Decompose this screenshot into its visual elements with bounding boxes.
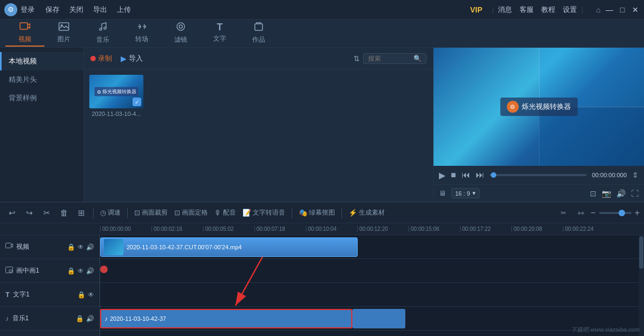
app-logo: ⚙ (4, 3, 17, 16)
video-track-name: 视频 (16, 242, 29, 251)
zoom-in-button[interactable]: + (635, 208, 640, 218)
clip-trim-button[interactable]: ✂ (556, 205, 571, 221)
title-menu: 保存 关闭 导出 上传 (45, 5, 470, 15)
text-track-name: 文字1 (13, 290, 30, 299)
sidebar-item-bg-samples[interactable]: 背景样例 (0, 89, 83, 107)
timeline-toolbar: ↩ ↪ ✂ 🗑 ⊞ ◷ 调速 ⊡ 画面裁剪 ⊡ 画面定格 🎙 配音 📝 文字转语… (0, 203, 644, 223)
minimize-button[interactable]: — (605, 5, 614, 14)
menu-export[interactable]: 导出 (93, 5, 107, 15)
progress-bar[interactable] (490, 174, 587, 176)
tab-works[interactable]: 作品 (239, 21, 278, 47)
play-button[interactable]: ▶ (439, 170, 445, 180)
pip-track-header: 画中画1 🔒 👁 🔊 (0, 259, 100, 282)
media-grid: ⚙ 烁光视频转换器 ✓ 2020-11-03-10-4... (84, 69, 433, 202)
text-lock-icon[interactable]: 🔒 (77, 291, 86, 299)
search-box[interactable]: 🔍 (363, 53, 426, 64)
scrollbar-thumb[interactable] (639, 236, 643, 269)
nav-messages[interactable]: 消息 (498, 5, 512, 15)
ruler-mark: 00:00:10:04 (306, 226, 357, 232)
tab-image[interactable]: 图片 (44, 21, 83, 47)
undo-button[interactable]: ↩ (4, 205, 19, 221)
time-adjust-icon[interactable]: ⇕ (632, 171, 639, 179)
close-button[interactable]: ✕ (631, 5, 640, 14)
pip-lock-icon[interactable]: 🔒 (67, 267, 75, 275)
delete-button[interactable]: 🗑 (56, 205, 71, 221)
music1-track-name: 音乐1 (12, 314, 29, 323)
watermark: 下载吧 www.xiazaiba.com (571, 326, 640, 334)
monitor-icon: 🖥 (439, 189, 446, 197)
aspect-ratio-select[interactable]: 16 : 9 ▾ (451, 188, 479, 198)
tab-transition[interactable]: 转场 (122, 21, 161, 47)
music1-audio-icon[interactable]: 🔊 (86, 315, 94, 322)
video-track: 视频 🔒 👁 🔊 2020-11-03-10-42-37.CUT.00'07-0… (0, 235, 644, 259)
image-tab-label: 图片 (57, 35, 70, 44)
login-button[interactable]: 登录 (21, 5, 35, 15)
tab-text[interactable]: T 文字 (200, 21, 239, 47)
descreen-button[interactable]: 🎭 绿幕抠图 (297, 207, 337, 218)
menu-save[interactable]: 保存 (45, 5, 60, 15)
nav-support[interactable]: 客服 (520, 5, 534, 15)
text-track: T 文字1 🔒 👁 (0, 283, 644, 307)
pip-eye-icon[interactable]: 👁 (77, 267, 84, 275)
vip-badge[interactable]: VIP (470, 5, 483, 14)
zoom-out-button[interactable]: − (590, 208, 595, 218)
tts-button[interactable]: 📝 文字转语音 (240, 207, 287, 218)
video-audio-icon[interactable]: 🔊 (86, 243, 94, 251)
ruler-mark: 00:00:20:08 (511, 226, 563, 232)
sidebar-item-beauty-shots[interactable]: 精美片头 (0, 70, 83, 89)
redo-button[interactable]: ↪ (22, 205, 37, 221)
home-icon[interactable]: ⌂ (596, 5, 601, 14)
search-input[interactable] (368, 55, 411, 62)
sort-icon[interactable]: ⇅ (353, 54, 360, 63)
crop-button[interactable]: ⊡ 画面裁剪 (132, 207, 170, 218)
video-clip[interactable]: 2020-11-03-10-42-37.CUT.00'07-00'24.mp4 (100, 237, 358, 257)
text-tab-label: 文字 (213, 34, 226, 43)
video-track-header: 视频 🔒 👁 🔊 (0, 235, 100, 259)
menu-upload[interactable]: 上传 (117, 5, 131, 15)
tab-filter[interactable]: 滤镜 (161, 21, 200, 47)
tab-music[interactable]: 音乐 (83, 21, 122, 47)
music1-clip[interactable]: ♪ 2020-11-03-10-42-37 (100, 309, 352, 328)
main-content-area: 本地视频 精美片头 背景样例 录制 ▶ 导入 ⇅ 🔍 (0, 48, 644, 202)
adjust-speed-button[interactable]: ◷ 调速 (98, 207, 123, 218)
transition-tab-label: 转场 (135, 35, 148, 44)
dub-button[interactable]: 🎙 配音 (212, 207, 238, 218)
zoom-slider[interactable] (599, 212, 632, 214)
nav-settings[interactable]: 设置 (563, 5, 577, 15)
import-button[interactable]: ▶ 导入 (121, 54, 143, 63)
sidebar-item-local-video[interactable]: 本地视频 (0, 52, 83, 70)
generate-material-button[interactable]: ⚡ 生成素材 (346, 207, 387, 218)
menu-close[interactable]: 关闭 (69, 5, 83, 15)
search-icon[interactable]: 🔍 (413, 55, 422, 62)
text-track-body (100, 283, 644, 306)
tab-video[interactable]: 视频 (5, 21, 44, 47)
stop-button[interactable]: ■ (451, 170, 456, 180)
nav-tutorial[interactable]: 教程 (541, 5, 555, 15)
pip-audio-icon[interactable]: 🔊 (86, 267, 94, 275)
video-lock-icon[interactable]: 🔒 (67, 243, 75, 251)
ruler-mark: 00:00:12:20 (357, 226, 409, 232)
text-eye-icon[interactable]: 👁 (88, 291, 94, 299)
volume-icon[interactable]: 🔊 (616, 189, 626, 198)
expand-icon[interactable]: ⛶ (631, 189, 639, 198)
layout-button[interactable]: ⊞ (74, 205, 89, 221)
video-track-icon (5, 243, 13, 251)
next-frame-button[interactable]: ⏭ (476, 170, 484, 180)
video-tab-icon (19, 22, 30, 33)
fit-frame-button[interactable]: ⊡ 画面定格 (172, 207, 210, 218)
maximize-button[interactable]: □ (618, 5, 627, 14)
ruler-mark: 00:00:22:24 (563, 226, 614, 232)
list-item[interactable]: ⚙ 烁光视频转换器 ✓ 2020-11-03-10-4... (89, 75, 143, 117)
music1-lock-icon[interactable]: 🔒 (76, 315, 84, 322)
music1-track: ♪ 音乐1 🔒 🔊 ♪ 2020-11-03-10-42-37 (0, 307, 644, 331)
record-dot-icon (90, 56, 96, 61)
cut-button[interactable]: ✂ (39, 205, 54, 221)
video-eye-icon[interactable]: 👁 (77, 243, 84, 251)
camera-icon[interactable]: 📷 (602, 189, 611, 198)
fullscreen-capture-icon[interactable]: ⊡ (590, 189, 596, 198)
split-button[interactable]: ⇿ (573, 205, 588, 221)
prev-frame-button[interactable]: ⏮ (462, 170, 470, 180)
record-button[interactable]: 录制 (90, 54, 112, 63)
music1-clip-ext[interactable] (352, 309, 405, 328)
ruler-mark: 00:00:15:06 (409, 226, 460, 232)
